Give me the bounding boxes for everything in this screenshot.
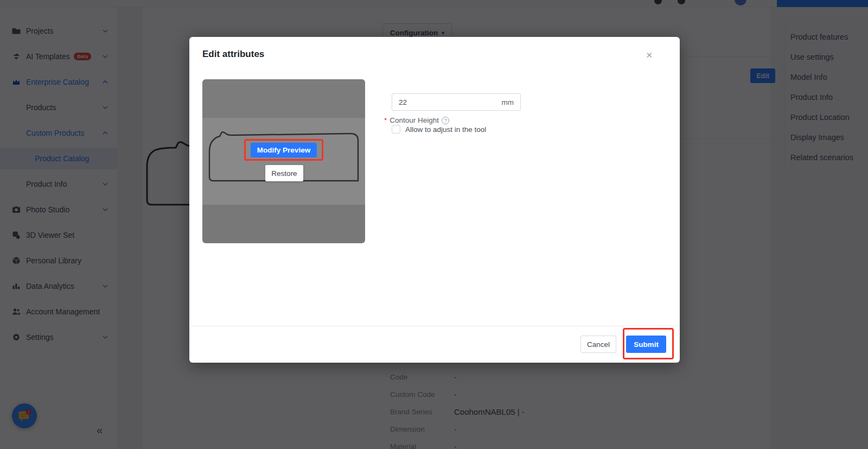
field-label-text: Contour Height <box>390 116 439 124</box>
app-root: Projects AI Templates Beta Enterprise Ca… <box>0 0 868 449</box>
highlight-box-submit <box>623 328 674 359</box>
highlight-box-modify: Modify Preview <box>244 139 323 161</box>
contour-height-label: * Contour Height ? <box>384 116 449 124</box>
close-icon[interactable]: ✕ <box>643 49 655 61</box>
edit-attributes-modal: Edit attributes ✕ Modify Preview Restore… <box>189 37 680 363</box>
modify-preview-button[interactable]: Modify Preview <box>251 143 317 157</box>
contour-profile-drawing <box>202 79 365 243</box>
contour-preview <box>202 79 365 243</box>
contour-height-field: mm <box>392 93 521 111</box>
allow-adjust-checkbox[interactable] <box>392 125 400 134</box>
restore-button[interactable]: Restore <box>265 165 303 181</box>
modal-footer-divider <box>189 326 680 326</box>
allow-adjust-row[interactable]: Allow to adjust in the tool <box>392 125 486 134</box>
help-icon[interactable]: ? <box>442 117 449 124</box>
required-asterisk: * <box>384 116 387 124</box>
cancel-button[interactable]: Cancel <box>580 336 616 353</box>
allow-adjust-label: Allow to adjust in the tool <box>405 125 486 134</box>
unit-suffix: mm <box>502 98 514 106</box>
modal-title: Edit attributes <box>202 49 264 60</box>
